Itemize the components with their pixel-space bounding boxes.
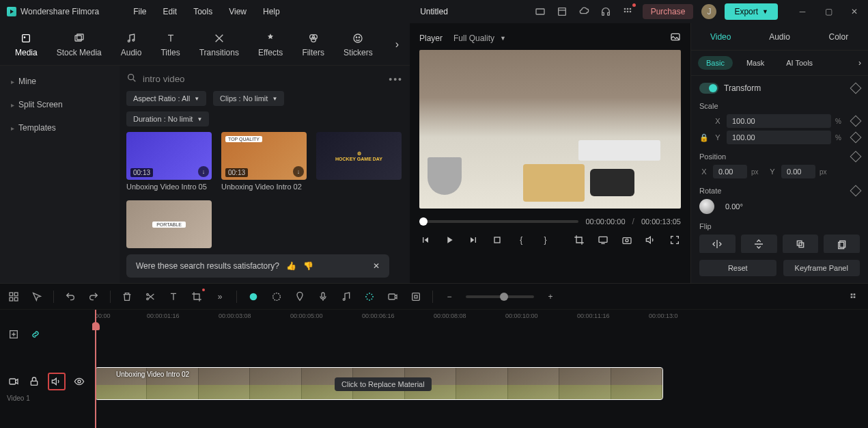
pos-y-input[interactable] xyxy=(781,165,815,178)
prop-tab-video[interactable]: Video xyxy=(691,25,750,49)
keyframe-diamond-icon[interactable] xyxy=(850,83,862,94)
template-thumb[interactable]: TOP QUALITY 00:13 ↓ Unboxing Video Intro… xyxy=(221,132,307,191)
apps-grid-icon[interactable] xyxy=(621,5,634,18)
tab-transitions[interactable]: Transitions xyxy=(190,27,249,62)
tl-speed-icon[interactable] xyxy=(270,290,283,304)
menu-edit[interactable]: Edit xyxy=(163,7,178,16)
subtab-basic[interactable]: Basic xyxy=(698,56,733,70)
search-input[interactable] xyxy=(143,74,383,84)
sidenav-mine[interactable]: Mine xyxy=(0,70,120,93)
scale-y-input[interactable] xyxy=(727,131,831,144)
lock-track-icon[interactable] xyxy=(27,375,41,388)
prop-tab-color[interactable]: Color xyxy=(809,25,868,49)
play-icon[interactable] xyxy=(443,233,455,247)
download-icon[interactable]: ↓ xyxy=(293,166,304,177)
menu-file[interactable]: File xyxy=(133,7,146,16)
timeline-ruler[interactable]: 00:00 00:00:01:16 00:00:03:08 00:00:05:0… xyxy=(92,310,868,327)
close-icon[interactable]: ✕ xyxy=(848,5,861,18)
download-icon[interactable]: ↓ xyxy=(198,166,209,177)
tl-crop-icon[interactable] xyxy=(190,290,204,304)
filter-aspect-ratio[interactable]: Aspect Ratio : All▼ xyxy=(126,91,206,106)
tl-record-icon[interactable] xyxy=(386,290,400,304)
tl-view-icon[interactable] xyxy=(848,290,861,304)
headphones-icon[interactable] xyxy=(599,5,613,18)
tl-ai-icon[interactable] xyxy=(247,290,260,304)
video-track-icon[interactable] xyxy=(7,375,20,388)
filter-clips[interactable]: Clips : No limit▼ xyxy=(213,91,284,106)
sidenav-split-screen[interactable]: Split Screen xyxy=(0,93,120,116)
template-thumb[interactable]: 00:13 ↓ Unboxing Video Intro 05 xyxy=(126,132,212,191)
scale-x-input[interactable] xyxy=(727,114,831,128)
thumbs-up-icon[interactable]: 👍 xyxy=(286,261,296,271)
tab-stock-media[interactable]: Stock Media xyxy=(47,27,111,62)
mute-track-icon[interactable] xyxy=(48,373,66,390)
menu-tools[interactable]: Tools xyxy=(193,7,212,16)
tl-more-icon[interactable]: » xyxy=(213,290,227,304)
user-avatar[interactable]: J xyxy=(701,4,716,19)
flip-vertical-button[interactable] xyxy=(741,235,777,253)
tl-marker-icon[interactable] xyxy=(293,290,307,304)
mark-out-icon[interactable]: } xyxy=(540,233,551,247)
tl-keyframe-icon[interactable] xyxy=(409,290,423,304)
menu-view[interactable]: View xyxy=(229,7,247,16)
camera-icon[interactable] xyxy=(621,233,633,247)
maximize-icon[interactable]: ▢ xyxy=(822,5,835,18)
zoom-in-icon[interactable]: + xyxy=(544,290,557,304)
reset-button[interactable]: Reset xyxy=(699,260,776,276)
template-thumb[interactable]: PORTABLE xyxy=(126,200,212,248)
tab-effects[interactable]: Effects xyxy=(249,27,292,62)
save-icon[interactable] xyxy=(555,5,569,18)
rotate-knob[interactable] xyxy=(699,199,714,214)
next-frame-icon[interactable] xyxy=(467,233,479,247)
minimize-icon[interactable]: ─ xyxy=(796,5,809,18)
volume-icon[interactable] xyxy=(645,233,657,247)
device-icon[interactable] xyxy=(533,5,547,18)
close-icon[interactable]: ✕ xyxy=(373,261,380,271)
keyframe-panel-button[interactable]: Keyframe Panel xyxy=(783,260,860,276)
tracks-area[interactable]: 00:00 00:00:01:16 00:00:03:08 00:00:05:0… xyxy=(92,310,868,428)
tl-render-icon[interactable] xyxy=(363,290,376,304)
quality-select[interactable]: Full Quality▼ xyxy=(453,34,506,43)
menu-help[interactable]: Help xyxy=(263,7,280,16)
subtab-mask[interactable]: Mask xyxy=(738,56,772,70)
keyframe-diamond-icon[interactable] xyxy=(850,185,862,197)
link-tracks-icon[interactable] xyxy=(29,327,42,341)
thumbs-down-icon[interactable]: 👎 xyxy=(303,261,313,271)
flip-paste-button[interactable] xyxy=(824,235,860,253)
tl-text-icon[interactable] xyxy=(167,290,180,304)
clip-tooltip[interactable]: Click to Replace Material xyxy=(335,377,432,391)
prop-tab-audio[interactable]: Audio xyxy=(750,25,809,49)
zoom-slider[interactable] xyxy=(466,295,534,298)
export-button[interactable]: Export▼ xyxy=(725,3,778,20)
video-preview[interactable] xyxy=(419,50,681,209)
transform-toggle[interactable] xyxy=(699,83,718,94)
tl-mixer-icon[interactable] xyxy=(339,290,353,304)
template-thumb[interactable]: ⚙HOCKEY GAME DAY xyxy=(316,132,402,191)
tabs-more-chevron-icon[interactable]: › xyxy=(390,38,404,51)
timeline-clip[interactable]: Unboxing Video Intro 02 Click to Replace… xyxy=(95,367,663,400)
tab-stickers[interactable]: Stickers xyxy=(334,27,382,62)
purchase-button[interactable]: Purchase xyxy=(643,4,694,19)
filter-duration[interactable]: Duration : No limit▼ xyxy=(126,111,209,126)
flip-copy-button[interactable] xyxy=(783,235,819,253)
keyframe-diamond-icon[interactable] xyxy=(850,151,862,163)
mark-in-icon[interactable]: { xyxy=(516,233,527,247)
tab-titles[interactable]: Titles xyxy=(151,27,189,62)
cloud-icon[interactable] xyxy=(577,5,591,18)
tl-redo-icon[interactable] xyxy=(87,290,100,304)
stop-icon[interactable] xyxy=(492,233,503,247)
fullscreen-icon[interactable] xyxy=(669,233,681,247)
tab-media[interactable]: Media xyxy=(5,27,47,62)
tab-filters[interactable]: Filters xyxy=(292,27,334,62)
visibility-track-icon[interactable] xyxy=(72,375,86,388)
subtab-ai-tools[interactable]: AI Tools xyxy=(778,56,821,70)
scrub-track[interactable] xyxy=(419,220,578,223)
sidenav-templates[interactable]: Templates xyxy=(0,116,120,139)
tl-delete-icon[interactable] xyxy=(120,290,134,304)
tl-split-icon[interactable] xyxy=(143,290,157,304)
tl-mic-icon[interactable] xyxy=(316,290,330,304)
prev-frame-icon[interactable] xyxy=(419,233,431,247)
tab-audio[interactable]: Audio xyxy=(111,27,152,62)
tl-undo-icon[interactable] xyxy=(64,290,77,304)
more-options-icon[interactable]: ••• xyxy=(389,74,403,85)
